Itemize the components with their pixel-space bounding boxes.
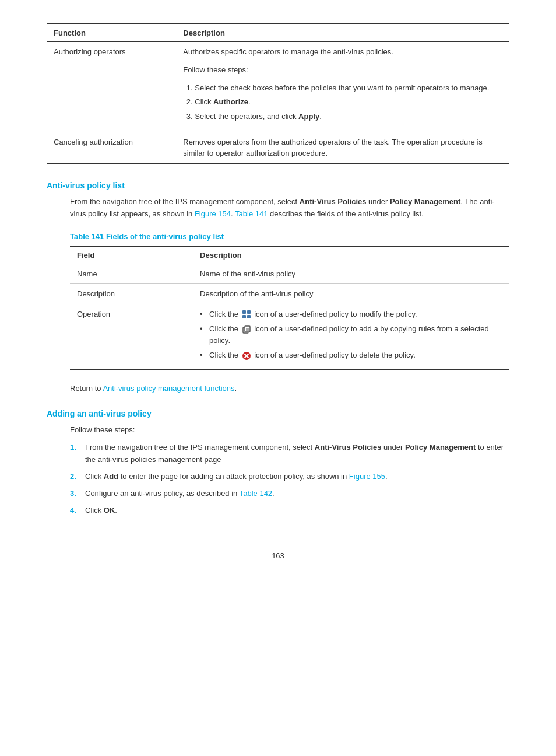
svg-rect-1 (247, 310, 251, 314)
step-num-2: 2. (70, 471, 82, 483)
step-2: Click Authorize. (195, 96, 502, 108)
adding-step-3: 3. Configure an anti-virus policy, as de… (70, 488, 509, 500)
operation-cell: Click the icon of a user-define (193, 304, 509, 369)
anti-virus-policies-bold2: Anti-Virus Policies (315, 443, 382, 452)
bullet-item: Click the icon of a user-define (200, 309, 502, 320)
step-content-3: Configure an anti-virus policy, as descr… (85, 488, 509, 500)
return-text: Return to Anti-virus policy management f… (70, 384, 509, 393)
function-table: Function Description Authorizing operato… (47, 23, 509, 164)
click-the-text: Click the (209, 310, 238, 318)
table-row: Canceling authorization Removes operator… (47, 132, 509, 164)
field-cell: Operation (70, 304, 193, 369)
step-3: Select the operators, and click Apply. (195, 111, 502, 123)
click-the-text2: Click the (209, 324, 238, 333)
adding-step-4: 4. Click OK. (70, 505, 509, 517)
bullet-item: Click the ic (200, 323, 502, 346)
description-col-header: Description (176, 24, 509, 42)
field-cell: Description (70, 284, 193, 304)
step-1: Select the check boxes before the polici… (195, 82, 502, 94)
svg-rect-2 (242, 315, 246, 318)
policy-mgmt-bold2: Policy Management (405, 443, 476, 452)
adding-intro: Follow these steps: (70, 424, 509, 436)
return-link[interactable]: Anti-virus policy management functions (103, 384, 234, 393)
table142-link[interactable]: Table 142 (240, 489, 272, 498)
field-col-header: Field (70, 246, 193, 264)
authorize-bold: Authorize (213, 97, 248, 106)
modify-icon (242, 310, 251, 319)
table-row: Authorizing operators Authorizes specifi… (47, 42, 509, 132)
policy-mgmt-bold: Policy Management (390, 197, 460, 206)
step-num-1: 1. (70, 442, 82, 466)
step-content-1: From the navigation tree of the IPS mana… (85, 442, 509, 466)
description-cell: Name of the anti-virus policy (193, 264, 509, 284)
step-content-2: Click Add to enter the page for adding a… (85, 471, 509, 483)
description-cell: Removes operators from the authorized op… (176, 132, 509, 164)
delete-icon (242, 351, 251, 360)
function-cell: Authorizing operators (47, 42, 176, 132)
figure154-link[interactable]: Figure 154 (195, 209, 231, 218)
figure155-link[interactable]: Figure 155 (349, 472, 385, 481)
description-cell: Description of the anti-virus policy (193, 284, 509, 304)
click-the-text3: Click the (209, 351, 238, 359)
table-row: Operation Click the (70, 304, 509, 369)
svg-rect-3 (247, 315, 251, 318)
desc-col-header: Description (193, 246, 509, 264)
add-bold: Add (104, 472, 118, 481)
antivirus-section-body: From the navigation tree of the IPS mana… (70, 196, 509, 393)
function-cell: Canceling authorization (47, 132, 176, 164)
ok-bold: OK (104, 506, 115, 514)
adding-antivirus-heading: Adding an anti-virus policy (47, 409, 509, 418)
table-row: Description Description of the anti-viru… (70, 284, 509, 304)
description-cell: Authorizes specific operators to manage … (176, 42, 509, 132)
adding-step-1: 1. From the navigation tree of the IPS m… (70, 442, 509, 466)
adding-step-2: 2. Click Add to enter the page for addin… (70, 471, 509, 483)
steps-list: Select the check boxes before the polici… (195, 82, 502, 123)
bullet-item: Click the icon of a user-defined policy … (200, 349, 502, 361)
antivirus-intro: From the navigation tree of the IPS mana… (70, 196, 509, 220)
step-num-4: 4. (70, 505, 82, 517)
step-content-4: Click OK. (85, 505, 509, 517)
adding-section-body: Follow these steps: 1. From the navigati… (70, 424, 509, 517)
copy-icon (242, 325, 251, 334)
antivirus-policy-list-heading: Anti-virus policy list (47, 181, 509, 190)
step-num-3: 3. (70, 488, 82, 500)
adding-steps: 1. From the navigation tree of the IPS m… (70, 442, 509, 516)
desc-intro: Authorizes specific operators to manage … (183, 46, 502, 58)
follow-steps-label: Follow these steps: (183, 64, 502, 76)
table141-caption: Table 141 Fields of the anti-virus polic… (70, 232, 509, 241)
svg-rect-0 (242, 310, 246, 314)
function-col-header: Function (47, 24, 176, 42)
table-row: Name Name of the anti-virus policy (70, 264, 509, 284)
return-prefix: Return to (70, 384, 103, 393)
field-cell: Name (70, 264, 193, 284)
anti-virus-policies-bold: Anti-Virus Policies (300, 197, 367, 206)
operation-bullets: Click the icon of a user-define (200, 309, 502, 361)
fields-table: Field Description Name Name of the anti-… (70, 246, 509, 370)
table141-link[interactable]: Table 141 (235, 209, 268, 218)
apply-bold: Apply (298, 112, 319, 121)
page-number: 163 (47, 551, 509, 560)
